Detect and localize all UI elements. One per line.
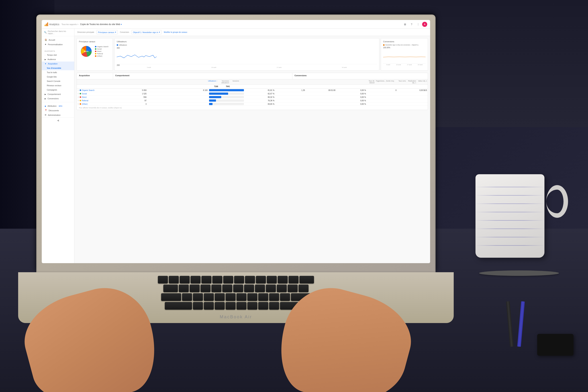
sidebar-item-google-ads[interactable]: Google Ads [42,74,74,79]
conv-x-4: 24 août [418,64,423,66]
laptop-screen[interactable]: Analytics Tous les rapports > Copie de T… [42,20,430,263]
svg-text:65.4%: 65.4% [84,50,88,52]
sidebar-item-reseaux-sociaux[interactable]: Réseaux sociaux [42,83,74,88]
row-bar-5 [208,103,245,105]
sidebar-item-vue-ensemble[interactable]: Vue d'ensemble [42,66,74,70]
dropdown2-text: Objectif 1: Newsletter sign in [133,31,158,34]
sidebar-label-acquisition: Acquisition [48,62,58,65]
row-bounce-1: 81,81 % [245,89,275,91]
row-bar-4 [208,100,245,102]
row-comp-1: 0 [367,89,397,91]
referral-dot [95,53,96,54]
analytics-title: Analytics [49,23,59,26]
row-name-1[interactable]: Organic Search [82,89,117,91]
sidebar-item-comportement[interactable]: ▶ Comportement [42,92,74,96]
mug-stripes [476,174,544,258]
dropdown-arrow: ▾ [121,23,122,26]
search-placeholder[interactable]: Rechercher dans les rappo... [48,30,72,34]
row-dur-1: 00:01:00 [306,89,336,91]
apps-icon[interactable]: ⊞ [402,22,408,27]
conversion-label: Conversion [120,31,129,33]
row-users-4: 97 [117,100,147,102]
user-avatar[interactable]: A [422,22,427,27]
sidebar-item-tout-trafic[interactable]: Tout le trafic [42,70,74,74]
row-conv-5: 0,00 % [336,103,366,105]
row-bar-3 [208,96,245,98]
conversions-icon: ▶ [45,98,46,100]
sidebar-item-temps-reel[interactable]: ● Temps réel [42,53,74,57]
conv-rate-col-header: Taux conv. [395,80,407,84]
conv-legend-dot [383,44,384,46]
hand-right [269,278,418,392]
comportement-title: Comportement [115,74,290,76]
help-icon[interactable]: ? [409,22,414,27]
star-icon: ★ [45,43,46,46]
dimension-label: Dimension principale [77,31,94,33]
breadcrumb-text: Tous les rapports > [62,23,78,26]
ga-content: Principaux canaux [74,36,430,112]
pen-1 [506,301,514,347]
table-row: 1 Organic Search 5 093 8 100 81 [77,88,428,92]
dropdown2-arrow: ▾ [159,31,160,34]
row-bar-1 [208,89,245,91]
sidebar-item-accueil[interactable]: 🏠 Accueil [42,38,74,42]
objectif-dropdown[interactable]: Objectif 1: Newsletter sign in ▾ [131,30,162,34]
utilisateurs-x-axis: 5 août 10 août 17 août 24 août [117,66,377,68]
row-conv-1: 0,00 % [336,89,366,91]
row-name-3[interactable]: Direct [82,96,117,98]
pen-2 [517,301,525,347]
sidebar-search[interactable]: 🔍 Rechercher dans les rappo... [42,29,74,36]
laptop: Analytics Tous les rapports > Copie de T… [36,14,472,314]
table-footer-note: Pour afficher l'ensemble des 5 Canaux, v… [77,106,428,110]
sidebar-item-audience[interactable]: ▶ Audience [42,57,74,62]
comportement-bars-header [240,80,364,84]
sidebar-section-rapports: RAPPORTS ● Temps réel ▶ Audience ▼ [42,48,74,102]
conv-value: 100.00% [383,47,426,49]
legend-other: (Other) [95,55,108,57]
sidebar-item-search-console[interactable]: Search Console [42,79,74,83]
mug-body [476,174,544,258]
column-headers: Utilisateurs ↑ Nouveaux utilisateurs Ses… [77,79,428,84]
x-label-3: 17 août [276,66,282,68]
sidebar-label-reseaux-sociaux: Réseaux sociaux [47,84,61,86]
pie-chart-svg: 65.4% [79,44,94,58]
row-name-5[interactable]: (Other) [82,103,117,105]
more-options-icon[interactable]: ⋮ [416,22,421,27]
collapse-sidebar-icon[interactable]: ◀ [57,119,59,122]
utilisateurs-title: Utilisateurs [117,40,377,43]
sidebar-item-campagnes[interactable]: Campagnes [42,88,74,92]
row-name-2[interactable]: Social [82,93,117,95]
users-col-header[interactable]: Utilisateurs ↑ [206,80,218,84]
modifier-canaux-link[interactable]: Modifier le groupe de canaux [164,31,187,33]
principaux-canaux-dropdown[interactable]: Principaux canaux ▾ [96,30,118,34]
dropdown1-text: Principaux canaux [98,31,114,34]
admin-icon: ⚙ [45,114,46,116]
conv-x-axis: 3 août 10 août 17 août 24 août [383,64,426,66]
sidebar-item-acquisition[interactable]: ▼ Acquisition [42,62,74,66]
sidebar-label-decouverte: Découverte [49,110,59,112]
sidebar-item-conversions[interactable]: ▶ Conversions [42,96,74,101]
table-row: 3 Direct 556 80,32 % [77,96,428,99]
table-row: 5 (Other) 3 83,65 % [77,102,428,106]
sidebar-item-administration[interactable]: ⚙ Administration [42,113,74,117]
sidebar-label-personnalisation: Personnalisation [48,43,62,46]
ga-sidebar: 🔍 Rechercher dans les rappo... 🏠 Accueil… [42,29,74,263]
conv-x-1: 3 août [386,64,390,66]
sessions-col-header: Sessions [230,80,240,84]
sidebar-item-personnalisation[interactable]: ★ Personnalisation [42,42,74,47]
acquisition-arrow-icon: ▼ [45,63,46,65]
sidebar-item-decouverte[interactable]: 📍 Découverte [42,108,74,113]
conversions-legend: Newsletter sign in (Taux de conversion –… [383,44,426,46]
sidebar-item-attribution[interactable]: ◆ Attribution BÊTA [42,104,74,108]
value-col-header: Valeur obj. 1 [417,80,428,84]
logo-bar-3 [47,22,48,26]
legend-direct: Direct [95,50,108,52]
row-users-1: 5 093 [117,89,147,91]
hands-container [18,274,418,392]
row-num-5: 5 [77,103,80,105]
conv-legend-label: Newsletter sign in (Taux de conversion –… [385,44,418,46]
row-num-2: 2 [77,93,80,94]
row-name-4[interactable]: Referral [82,100,117,102]
referral-label: Referral [97,53,103,55]
principaux-canaux-title: Principaux canaux [79,40,110,43]
